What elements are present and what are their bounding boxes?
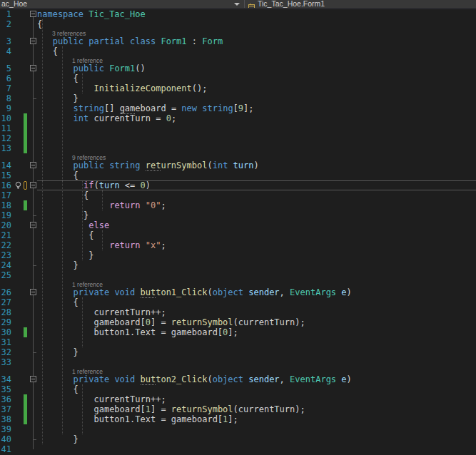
code-line[interactable]: 4 { xyxy=(0,46,476,56)
code-line[interactable]: 10 int currentTurn = 0; xyxy=(0,113,476,123)
code-token: Form xyxy=(202,36,223,46)
change-bar-saved xyxy=(24,143,27,153)
code-line[interactable]: 34 private void button2_Click(object sen… xyxy=(0,374,476,384)
code-line[interactable]: 2{ xyxy=(0,19,476,29)
code-token: ( xyxy=(207,287,212,297)
code-line[interactable]: 31 xyxy=(0,337,476,347)
glyph-margin xyxy=(14,73,23,83)
glyph-margin xyxy=(14,297,23,307)
line-number: 25 xyxy=(0,270,14,280)
outline-margin xyxy=(29,19,37,29)
code-token: button2_Click xyxy=(141,374,208,385)
change-track-margin xyxy=(23,240,29,250)
fold-toggle[interactable] xyxy=(30,222,36,228)
glyph-margin xyxy=(14,357,23,367)
code-line[interactable]: 5 public Form1() xyxy=(0,63,476,73)
code-line[interactable]: 26 private void button1_Click(object sen… xyxy=(0,287,476,297)
fold-toggle[interactable] xyxy=(30,65,36,71)
code-line[interactable]: 38 button1.Text = gameboard[1]; xyxy=(0,414,476,424)
change-track-margin xyxy=(23,404,29,414)
code-line[interactable]: 19 } xyxy=(0,210,476,220)
glyph-margin xyxy=(14,337,23,347)
code-line[interactable]: 18 return "0"; xyxy=(0,200,476,210)
change-track-margin xyxy=(23,434,29,444)
code-line[interactable]: 24 } xyxy=(0,260,476,270)
code-line[interactable]: 35 { xyxy=(0,384,476,394)
code-token: if xyxy=(83,180,93,190)
code-token: (currentTurn); xyxy=(233,317,305,327)
outline-end-tick xyxy=(33,265,36,266)
code-line[interactable]: 11 xyxy=(0,123,476,133)
code-token: (); xyxy=(192,83,208,93)
code-token: (currentTurn); xyxy=(233,404,305,414)
code-token: currentTurn++; xyxy=(37,394,166,404)
change-track-margin xyxy=(23,113,29,123)
glyph-margin xyxy=(14,434,23,444)
code-token xyxy=(37,240,109,250)
code-line[interactable]: 21 { xyxy=(0,230,476,240)
code-text: } xyxy=(37,347,79,357)
code-line[interactable]: 41 xyxy=(0,444,476,454)
code-line[interactable]: 36 currentTurn++; xyxy=(0,394,476,404)
code-line[interactable]: 33 xyxy=(0,357,476,367)
code-line[interactable]: 28 currentTurn++; xyxy=(0,307,476,317)
change-track-margin xyxy=(23,103,29,113)
fold-toggle[interactable] xyxy=(30,11,36,17)
change-track-margin xyxy=(23,327,29,337)
code-text: public partial class Form1 : Form xyxy=(37,36,223,46)
line-number: 8 xyxy=(0,93,14,103)
fold-toggle[interactable] xyxy=(30,289,36,295)
member-dropdown[interactable]: Tic_Tac_Hoe.Form1 xyxy=(258,0,325,8)
code-line[interactable]: 7 InitializeComponent(); xyxy=(0,83,476,93)
code-line[interactable]: 3 public partial class Form1 : Form xyxy=(0,36,476,46)
code-line[interactable]: 1namespace Tic_Tac_Hoe xyxy=(0,9,476,19)
code-editor[interactable]: 1namespace Tic_Tac_Hoe2{3 references3 pu… xyxy=(0,9,476,455)
code-line[interactable]: 6 { xyxy=(0,73,476,83)
fold-toggle[interactable] xyxy=(30,38,36,44)
line-number: 5 xyxy=(0,63,14,73)
fold-toggle[interactable] xyxy=(30,376,36,382)
line-number: 30 xyxy=(0,327,14,337)
fold-toggle[interactable] xyxy=(30,182,36,188)
change-track-margin xyxy=(23,160,29,170)
code-line[interactable]: 14 public string returnSymbol(int turn) xyxy=(0,160,476,170)
code-line[interactable]: 39 xyxy=(0,424,476,434)
code-line[interactable]: 25 xyxy=(0,270,476,280)
code-token: returnSymbol xyxy=(171,404,233,414)
code-line[interactable]: 23 } xyxy=(0,250,476,260)
glyph-margin xyxy=(14,36,23,46)
project-scope-dropdown[interactable]: ac_Hoe xyxy=(1,0,27,8)
code-token: ( xyxy=(207,374,212,384)
code-line[interactable]: 12 xyxy=(0,133,476,143)
code-token: { xyxy=(37,170,79,180)
code-text: } xyxy=(37,210,88,220)
change-track-margin xyxy=(23,374,29,384)
code-line[interactable]: 17 { xyxy=(0,190,476,200)
code-line[interactable]: 40 } xyxy=(0,434,476,444)
code-line[interactable]: 32 } xyxy=(0,347,476,357)
chevron-down-icon[interactable] xyxy=(234,3,240,6)
fold-toggle[interactable] xyxy=(30,162,36,168)
code-line[interactable]: 20 else xyxy=(0,220,476,230)
code-line[interactable]: 29 gameboard[0] = returnSymbol(currentTu… xyxy=(0,317,476,327)
glyph-margin xyxy=(14,143,23,153)
outline-margin xyxy=(29,63,37,73)
code-line[interactable]: 30 button1.Text = gameboard[0]; xyxy=(0,327,476,337)
code-token xyxy=(37,374,74,384)
outline-margin xyxy=(29,180,37,190)
change-track-margin xyxy=(23,83,29,93)
code-line[interactable]: 37 gameboard[1] = returnSymbol(currentTu… xyxy=(0,404,476,414)
code-line[interactable]: 8 } xyxy=(0,93,476,103)
code-token: private void xyxy=(74,374,141,384)
outline-margin xyxy=(29,143,37,153)
code-token: e xyxy=(341,374,346,384)
code-text: else xyxy=(37,220,109,230)
outline-margin xyxy=(29,170,37,180)
line-number: 13 xyxy=(0,143,14,153)
code-line[interactable]: 22 return "x"; xyxy=(0,240,476,250)
code-line[interactable]: 15 { xyxy=(0,170,476,180)
code-line[interactable]: 16 if(turn <= 0) xyxy=(0,180,476,190)
code-line[interactable]: 9 string[] gameboard = new string[9]; xyxy=(0,103,476,113)
code-line[interactable]: 27 { xyxy=(0,297,476,307)
code-line[interactable]: 13 xyxy=(0,143,476,153)
